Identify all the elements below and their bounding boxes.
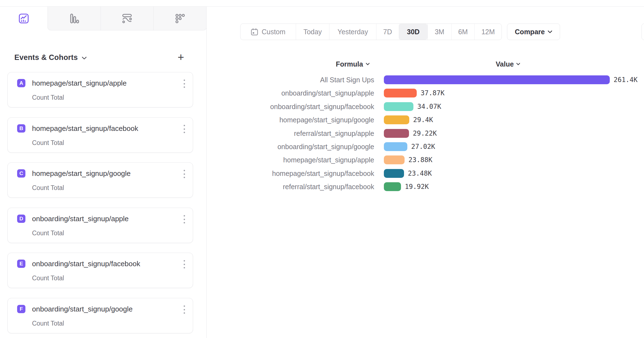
date-range-label: 12M (481, 28, 495, 36)
value-bar[interactable] (384, 155, 405, 164)
calendar-icon (251, 28, 258, 36)
value-header-label: Value (496, 60, 514, 68)
tab-flows[interactable] (101, 7, 154, 30)
date-range-6m[interactable]: 6M (451, 24, 474, 40)
value-label: 23.88K (408, 155, 432, 164)
event-letter-badge: F (17, 305, 25, 313)
value-bar[interactable] (384, 182, 401, 191)
kebab-menu-icon[interactable] (183, 80, 186, 88)
kebab-menu-icon[interactable] (183, 170, 186, 178)
event-name: homepage/start_signup/google (32, 169, 131, 178)
formula-label: referral/start_signup/apple (193, 129, 374, 138)
kebab-menu-icon[interactable] (183, 125, 186, 133)
event-name: homepage/start_signup/apple (32, 79, 127, 87)
chevron-down-icon (548, 30, 552, 33)
value-bar[interactable] (384, 115, 409, 124)
value-label: 261.4K (614, 75, 638, 84)
formula-label: onboarding/start_signup/apple (193, 89, 374, 97)
event-name: onboarding/start_signup/apple (32, 215, 129, 223)
compare-label: Compare (515, 28, 545, 36)
event-card[interactable]: E onboarding/start_signup/facebook Count… (7, 253, 193, 288)
tab-retention[interactable] (153, 7, 206, 30)
date-range-7d[interactable]: 7D (376, 24, 399, 40)
kebab-menu-icon[interactable] (183, 260, 186, 268)
flows-icon (122, 13, 132, 24)
value-bar[interactable] (384, 142, 407, 151)
date-range-label: Custom (262, 28, 285, 36)
chevron-down-icon (516, 63, 520, 65)
add-event-button[interactable]: + (175, 51, 187, 64)
event-letter-badge: D (17, 215, 25, 223)
retention-grid-icon (175, 13, 185, 24)
chevron-down-icon (366, 63, 370, 65)
tab-funnels[interactable] (48, 7, 101, 30)
event-metric[interactable]: Count Total (32, 184, 64, 191)
event-letter-badge: E (17, 260, 25, 268)
chevron-down-icon (82, 57, 87, 60)
value-label: 37.87K (421, 89, 445, 97)
formula-label: homepage/start_signup/google (193, 115, 374, 124)
formula-label: All Start Sign Ups (193, 75, 374, 84)
date-range-custom[interactable]: Custom (241, 24, 296, 40)
events-cohorts-title: Events & Cohorts (14, 53, 78, 62)
tab-insights[interactable] (0, 7, 47, 30)
event-letter-badge: C (17, 169, 25, 178)
date-range-label: 6M (458, 28, 468, 36)
event-name: onboarding/start_signup/google (32, 305, 133, 313)
value-label: 34.07K (417, 102, 441, 111)
value-label: 27.02K (411, 142, 435, 151)
event-metric[interactable]: Count Total (32, 229, 64, 237)
date-range-label: 7D (383, 28, 392, 36)
sidebar: Events & Cohorts + A homepage/start_sign… (0, 7, 207, 338)
event-card[interactable]: A homepage/start_signup/apple Count Tota… (7, 72, 193, 107)
event-name: homepage/start_signup/facebook (32, 124, 138, 133)
value-label: 29.22K (413, 129, 437, 138)
event-card[interactable]: B homepage/start_signup/facebook Count T… (7, 117, 193, 153)
formula-label: onboarding/start_signup/google (193, 142, 374, 151)
date-range-yesterday[interactable]: Yesterday (329, 24, 376, 40)
formula-label: homepage/start_signup/apple (193, 155, 374, 164)
formula-column-header[interactable]: Formula (336, 60, 370, 68)
date-range-label: Today (303, 28, 322, 36)
insights-line-chart-icon (19, 13, 29, 24)
formula-label: referral/start_signup/facebook (193, 182, 374, 191)
event-metric[interactable]: Count Total (32, 274, 64, 282)
event-name: onboarding/start_signup/facebook (32, 260, 140, 268)
event-letter-badge: B (17, 124, 25, 133)
value-bar[interactable] (384, 89, 417, 97)
value-bar[interactable] (384, 169, 404, 178)
event-metric[interactable]: Count Total (32, 139, 64, 146)
event-card[interactable]: C homepage/start_signup/google Count Tot… (7, 162, 193, 198)
kebab-menu-icon[interactable] (183, 215, 186, 223)
clipped-edge-button[interactable] (642, 23, 644, 40)
top-bar (0, 0, 644, 7)
date-range-30d[interactable]: 30D (399, 24, 427, 40)
date-range-label: Yesterday (337, 28, 368, 36)
value-bar[interactable] (384, 129, 409, 138)
date-range-selector: CustomTodayYesterday7D30D3M6M12M (240, 23, 502, 40)
event-card[interactable]: D onboarding/start_signup/apple Count To… (7, 208, 193, 243)
formula-label: onboarding/start_signup/facebook (193, 102, 374, 111)
inactive-tabs-strip (47, 7, 207, 30)
value-label: 23.48K (408, 169, 432, 178)
formula-label: homepage/start_signup/facebook (193, 169, 374, 178)
event-metric[interactable]: Count Total (32, 94, 64, 101)
compare-button[interactable]: Compare (507, 23, 560, 40)
value-bar[interactable] (384, 75, 610, 84)
formula-header-label: Formula (336, 60, 363, 68)
date-range-3m[interactable]: 3M (427, 24, 451, 40)
kebab-menu-icon[interactable] (183, 305, 186, 314)
event-card[interactable]: F onboarding/start_signup/google Count T… (7, 298, 193, 333)
event-metric[interactable]: Count Total (32, 320, 64, 327)
value-label: 19.92K (405, 182, 429, 191)
events-cohorts-header[interactable]: Events & Cohorts (14, 52, 194, 63)
date-range-today[interactable]: Today (296, 24, 329, 40)
date-range-12m[interactable]: 12M (474, 24, 502, 40)
value-column-header[interactable]: Value (496, 60, 520, 68)
bar-chart-icon (69, 13, 79, 24)
report-type-tabs (0, 7, 207, 30)
value-label: 29.4K (413, 115, 433, 124)
date-range-label: 3M (435, 28, 444, 36)
event-letter-badge: A (17, 79, 25, 87)
value-bar[interactable] (384, 102, 413, 111)
